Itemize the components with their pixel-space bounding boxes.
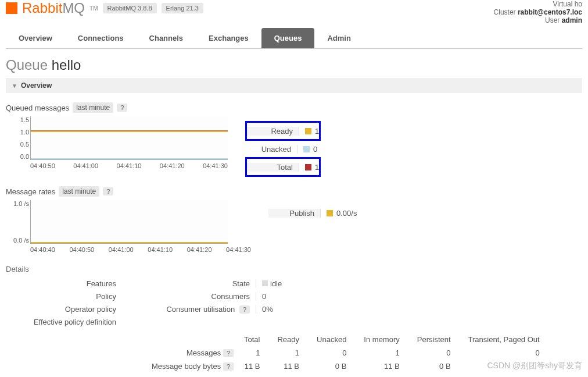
y-tick: 0.0 /s: [6, 237, 29, 244]
consumer-util-value: 0%: [256, 305, 273, 314]
page-title: Queue hello: [6, 57, 582, 73]
y-tick: 1.0 /s: [6, 200, 29, 207]
cell: 1: [271, 346, 311, 360]
tab-overview[interactable]: Overview: [6, 28, 65, 48]
logo-icon: [6, 2, 17, 14]
legend-ready-value: 1: [315, 127, 319, 136]
cell: 0: [311, 346, 358, 360]
x-tick: 04:41:20: [187, 246, 212, 253]
queued-messages-range[interactable]: last minute: [73, 102, 113, 113]
message-rates-range[interactable]: last minute: [59, 186, 99, 197]
y-tick: 1.5: [6, 116, 29, 123]
message-rates-label: Message rates: [6, 187, 55, 196]
y-tick: 1.0: [6, 129, 29, 136]
col-inmemory: In memory: [358, 333, 411, 346]
help-icon[interactable]: ?: [239, 305, 250, 314]
table-row: Message body bytes ? 11 B 11 B 0 B 11 B …: [134, 360, 551, 373]
col-ready: Ready: [271, 333, 311, 346]
cell: [462, 360, 551, 373]
x-tick: 04:41:00: [109, 246, 134, 253]
logo-text: RabbitMQ: [22, 0, 85, 16]
cell: 11 B: [271, 360, 311, 373]
operator-policy-label: Operator policy: [6, 305, 122, 314]
cell: 11 B: [358, 360, 411, 373]
message-rates-legend: Publish0.00/s: [268, 205, 357, 221]
chart-line-ready: [31, 131, 228, 132]
cell: 1: [238, 346, 271, 360]
table-row: Messages ? 1 1 0 1 0 0: [134, 346, 551, 360]
erlang-pill: Erlang 21.3: [162, 3, 203, 13]
x-tick: 04:41:10: [148, 246, 173, 253]
x-tick: 04:41:20: [160, 162, 185, 169]
cell: 0 B: [311, 360, 358, 373]
policy-label: Policy: [6, 292, 122, 301]
color-swatch-icon: [305, 128, 311, 134]
version-pill: RabbitMQ 3.8.8: [103, 3, 157, 13]
help-icon[interactable]: ?: [103, 187, 113, 195]
color-swatch-icon: [303, 146, 310, 152]
x-tick: 04:40:50: [69, 246, 94, 253]
virtual-host-label: Virtual ho: [494, 0, 582, 8]
queued-messages-chart: 1.5 1.0 0.5 0.0 04:40:50 04:41:00 04:41:…: [6, 116, 228, 169]
tab-queues[interactable]: Queues: [261, 28, 315, 48]
color-swatch-icon: [305, 164, 311, 170]
y-tick: 0.0: [6, 153, 29, 160]
legend-unacked-label: Unacked: [245, 145, 297, 154]
x-tick: 04:41:30: [226, 246, 251, 253]
overview-section-header[interactable]: ▼ Overview: [6, 78, 582, 93]
queued-messages-header: Queued messages last minute ?: [6, 102, 582, 113]
queued-messages-label: Queued messages: [6, 104, 69, 112]
cluster-info: Cluster rabbit@centos7.loc: [494, 8, 582, 16]
consumers-value: 0: [256, 292, 266, 301]
messages-row-label: Messages: [187, 348, 221, 357]
x-tick: 04:41:30: [203, 162, 228, 169]
help-icon[interactable]: ?: [223, 349, 234, 357]
x-tick: 04:40:50: [30, 162, 55, 169]
cell: 1: [358, 346, 411, 360]
tab-exchanges[interactable]: Exchanges: [196, 28, 261, 48]
chart-line-unacked: [31, 158, 228, 159]
main-tabs: Overview Connections Channels Exchanges …: [6, 28, 582, 49]
state-value: idle: [270, 279, 282, 288]
legend-publish-label: Publish: [268, 209, 321, 218]
col-total: Total: [238, 333, 271, 346]
collapse-icon: ▼: [12, 83, 17, 89]
col-persistent: Persistent: [411, 333, 462, 346]
x-tick: 04:40:40: [30, 246, 55, 253]
message-rates-header: Message rates last minute ?: [6, 186, 582, 197]
legend-ready-label: Ready: [247, 127, 299, 136]
features-label: Features: [6, 279, 122, 288]
legend-total-value: 1: [315, 163, 319, 172]
cell: 0: [411, 346, 462, 360]
col-transient: Transient, Paged Out: [462, 333, 551, 346]
x-tick: 04:41:10: [117, 162, 142, 169]
tab-admin[interactable]: Admin: [314, 28, 363, 48]
cell: 0: [462, 346, 551, 360]
trademark: TM: [89, 5, 98, 12]
help-icon[interactable]: ?: [223, 362, 234, 371]
cell: 11 B: [238, 360, 271, 373]
details-heading: Details: [6, 265, 582, 273]
legend-total-label: Total: [247, 163, 299, 172]
idle-icon: [262, 280, 268, 286]
legend-publish-value: 0.00/s: [336, 209, 357, 218]
chart-line-publish: [31, 242, 228, 243]
col-unacked: Unacked: [311, 333, 358, 346]
consumers-label: Consumers: [163, 292, 256, 301]
message-rates-chart: 1.0 /s 0.0 /s 04:40:40 04:40:50 04:41:00…: [6, 200, 251, 253]
cell: 0 B: [411, 360, 462, 373]
tab-connections[interactable]: Connections: [65, 28, 137, 48]
state-label: State: [163, 279, 256, 288]
y-tick: 0.5: [6, 141, 29, 148]
legend-unacked-value: 0: [313, 145, 317, 154]
queued-messages-legend: Ready1 Unacked0 Total1: [245, 121, 321, 177]
x-tick: 04:41:00: [73, 162, 98, 169]
tab-channels[interactable]: Channels: [137, 28, 196, 48]
body-bytes-row-label: Message body bytes: [152, 362, 221, 371]
user-info: User admin: [494, 16, 582, 24]
consumer-util-label: Consumer utilisation: [166, 305, 235, 314]
stats-table: Total Ready Unacked In memory Persistent…: [134, 333, 588, 373]
color-swatch-icon: [327, 210, 333, 216]
effective-policy-label: Effective policy definition: [6, 318, 122, 326]
help-icon[interactable]: ?: [117, 104, 127, 112]
